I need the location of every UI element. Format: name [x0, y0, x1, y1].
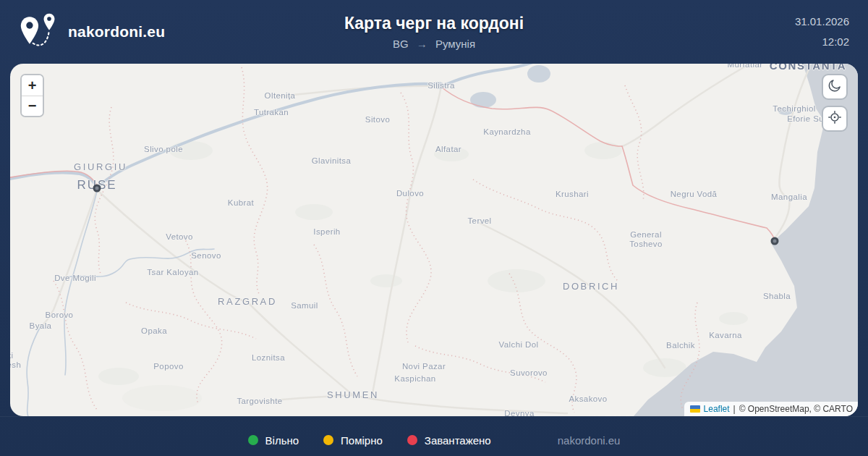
route-pins-icon: [19, 12, 59, 51]
route-from: BG: [393, 38, 409, 50]
legend-item-moderate: Помірно: [323, 434, 383, 447]
route-subtitle: BG → Румунія: [253, 38, 615, 50]
locate-button[interactable]: [822, 106, 848, 132]
zoom-in-button[interactable]: +: [22, 75, 43, 96]
brand[interactable]: nakordoni.eu: [19, 12, 165, 51]
zoom-control: + −: [20, 74, 44, 117]
legend-label: Завантажено: [425, 434, 491, 447]
moon-icon: [827, 78, 842, 96]
border-crossing-marker-crossing-durankulak-vama-veche[interactable]: [771, 237, 779, 245]
map-attribution: Leaflet | © OpenStreetMap, © CARTO: [684, 402, 858, 416]
dark-mode-button[interactable]: [822, 74, 848, 100]
legend-label: Вільно: [265, 434, 299, 447]
attribution-separator: |: [733, 404, 736, 414]
page-title: Карта черг на кордоні: [253, 14, 615, 33]
legend-label: Помірно: [341, 434, 383, 447]
brand-name: nakordoni.eu: [68, 23, 165, 41]
footer: Вільно Помірно Завантажено nakordoni.eu: [0, 416, 868, 456]
attribution-credits: © OpenStreetMap, © CARTO: [739, 404, 853, 414]
route-arrow-icon: →: [417, 38, 427, 50]
zoom-out-button[interactable]: −: [22, 96, 43, 116]
time-label: 12:02: [795, 32, 849, 52]
leaflet-link[interactable]: Leaflet: [704, 404, 730, 414]
map-container[interactable]: MurfatlarCONSTANTASilistraOltenițaTechir…: [10, 64, 858, 416]
date-label: 31.01.2026: [795, 12, 849, 32]
legend-item-busy: Завантажено: [407, 434, 491, 447]
footer-brand: nakordoni.eu: [558, 434, 621, 447]
free-status-dot: [248, 435, 258, 445]
route-to: Румунія: [435, 38, 475, 50]
datetime: 31.01.2026 12:02: [795, 12, 849, 52]
busy-status-dot: [407, 435, 417, 445]
legend-item-free: Вільно: [248, 434, 299, 447]
crosshair-icon: [827, 110, 842, 127]
border-crossing-marker-crossing-ruse-giurgiu[interactable]: [93, 185, 101, 193]
moderate-status-dot: [323, 435, 333, 445]
ukraine-flag-icon: [690, 405, 700, 413]
app-header: nakordoni.eu Карта черг на кордоні BG → …: [0, 0, 868, 64]
map-base-layer: [10, 64, 858, 416]
country-border: [10, 87, 775, 241]
